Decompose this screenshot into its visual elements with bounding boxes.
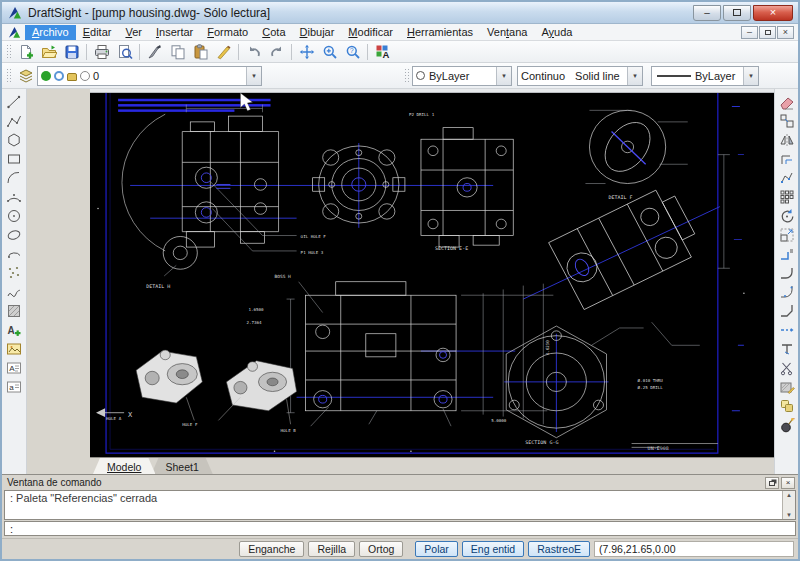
- scroll-up-icon[interactable]: ▲: [786, 491, 792, 499]
- model-space-canvas[interactable]: DETAIL H OIL HOLE F P1 HOLE 3 P2 DRILL 1…: [90, 93, 774, 457]
- minimize-button[interactable]: –: [693, 5, 721, 21]
- mdi-restore-button[interactable]: [759, 26, 776, 39]
- chevron-down-icon[interactable]: ▾: [246, 67, 261, 85]
- text-tool-button[interactable]: [4, 358, 25, 377]
- pan-button[interactable]: [295, 42, 318, 62]
- layer-combo[interactable]: 0 ▾: [37, 66, 262, 86]
- circle-tool-button[interactable]: [4, 206, 25, 225]
- open-button[interactable]: [37, 42, 60, 62]
- rectangle-tool-button[interactable]: [4, 149, 25, 168]
- ellipse-arc-tool-button[interactable]: [4, 244, 25, 263]
- command-history[interactable]: : Paleta "Referencias" cerrada ▲ ▼: [4, 490, 796, 520]
- save-button[interactable]: [60, 42, 83, 62]
- scale-tool-button[interactable]: [776, 225, 797, 244]
- rotate-tool-button[interactable]: [776, 206, 797, 225]
- cut-button[interactable]: [143, 42, 166, 62]
- fillet-tool-button[interactable]: [776, 282, 797, 301]
- line-color-combo[interactable]: ByLayer ▾: [412, 66, 512, 86]
- toolbar-grip[interactable]: [404, 68, 410, 84]
- stretch-tool-button[interactable]: [776, 244, 797, 263]
- window-controls: – ×: [691, 5, 793, 21]
- pattern-tool-button[interactable]: [776, 187, 797, 206]
- print-preview-icon: [117, 44, 133, 60]
- menu-dibujar[interactable]: Dibujar: [293, 25, 342, 40]
- snap-toggle-button[interactable]: Enganche: [239, 541, 304, 557]
- polyline-tool-button[interactable]: [4, 111, 25, 130]
- command-window-close-button[interactable]: ×: [781, 477, 795, 489]
- ortho-toggle-button[interactable]: Ortog: [359, 541, 403, 557]
- tab-sheet1[interactable]: Sheet1: [151, 458, 212, 474]
- title-bar[interactable]: DraftSight - [pump housing.dwg- Sólo lec…: [2, 2, 798, 24]
- zoom-previous-button[interactable]: [341, 42, 364, 62]
- mdi-minimize-button[interactable]: –: [741, 26, 758, 39]
- polygon-tool-button[interactable]: [4, 130, 25, 149]
- mdi-close-button[interactable]: ×: [777, 26, 794, 39]
- delete-tool-button[interactable]: [776, 92, 797, 111]
- explode-tool-button[interactable]: [776, 415, 797, 434]
- toolbar-grip[interactable]: [6, 68, 12, 84]
- grid-toggle-button[interactable]: Rejilla: [308, 541, 355, 557]
- redo-button[interactable]: [265, 42, 288, 62]
- command-input[interactable]: :: [4, 521, 796, 536]
- insert-image-tool-button[interactable]: [4, 339, 25, 358]
- polar-toggle-button[interactable]: Polar: [415, 541, 458, 557]
- esnap-toggle-button[interactable]: Eng entid: [462, 541, 524, 557]
- split-tool-button[interactable]: [776, 358, 797, 377]
- ellipse-tool-button[interactable]: [4, 225, 25, 244]
- chamfer-tool-button[interactable]: [776, 301, 797, 320]
- menu-ayuda[interactable]: Ayuda: [534, 25, 579, 40]
- arc-3-point-tool-button[interactable]: [4, 187, 25, 206]
- menu-cota[interactable]: Cota: [255, 25, 292, 40]
- copy-button[interactable]: [166, 42, 189, 62]
- make-block-tool-button[interactable]: [4, 320, 25, 339]
- chevron-down-icon[interactable]: ▾: [496, 67, 511, 85]
- command-history-scrollbar[interactable]: ▲ ▼: [782, 491, 795, 519]
- layer-color-icon: [80, 71, 90, 81]
- paste-button[interactable]: [189, 42, 212, 62]
- menu-archivo[interactable]: Archivo: [25, 25, 76, 40]
- scroll-down-icon[interactable]: ▼: [786, 511, 792, 519]
- etrack-toggle-button[interactable]: RastreoE: [528, 541, 590, 557]
- menu-formato[interactable]: Formato: [200, 25, 255, 40]
- new-button[interactable]: [14, 42, 37, 62]
- edit-polyline-tool-button[interactable]: [776, 168, 797, 187]
- print-button[interactable]: [90, 42, 113, 62]
- note-tool-button[interactable]: [4, 377, 25, 396]
- command-window-header[interactable]: Ventana de comando ×: [2, 475, 798, 490]
- line-weight-combo[interactable]: ByLayer ▾: [651, 66, 759, 86]
- line-tool-button[interactable]: [4, 92, 25, 111]
- hatch-tool-button[interactable]: [4, 301, 25, 320]
- print-preview-button[interactable]: [113, 42, 136, 62]
- fillet-arc-tool-button[interactable]: [776, 263, 797, 282]
- toolbar-grip[interactable]: [6, 44, 12, 60]
- line-style-combo[interactable]: Continuo Solid line ▾: [517, 66, 643, 86]
- zoom-in-button[interactable]: [318, 42, 341, 62]
- close-button[interactable]: ×: [753, 5, 793, 21]
- menu-modificar[interactable]: Modificar: [341, 25, 400, 40]
- maximize-button[interactable]: [723, 5, 751, 21]
- point-tool-button[interactable]: [4, 263, 25, 282]
- menu-editar[interactable]: Editar: [76, 25, 119, 40]
- circle-icon: [6, 208, 22, 224]
- menu-ver[interactable]: Ver: [118, 25, 149, 40]
- command-window-float-button[interactable]: [765, 477, 779, 489]
- arc-tool-button[interactable]: [4, 168, 25, 187]
- chevron-down-icon[interactable]: ▾: [743, 67, 758, 85]
- extend-tool-button[interactable]: [776, 320, 797, 339]
- edit-hatch-tool-button[interactable]: [776, 377, 797, 396]
- mirror-tool-button[interactable]: [776, 130, 797, 149]
- chevron-down-icon[interactable]: ▾: [627, 67, 642, 85]
- undo-button[interactable]: [242, 42, 265, 62]
- trim-tool-button[interactable]: [776, 339, 797, 358]
- spline-tool-button[interactable]: [4, 282, 25, 301]
- menu-insertar[interactable]: Insertar: [149, 25, 200, 40]
- offset-tool-button[interactable]: [776, 149, 797, 168]
- annotation-styles-button[interactable]: [371, 42, 394, 62]
- menu-ventana[interactable]: Ventana: [480, 25, 534, 40]
- format-painter-button[interactable]: [212, 42, 235, 62]
- layers-manager-button[interactable]: [14, 66, 37, 86]
- tab-modelo[interactable]: Modelo: [93, 458, 155, 474]
- copy-entity-tool-button[interactable]: [776, 111, 797, 130]
- weld-tool-button[interactable]: [776, 396, 797, 415]
- menu-herramientas[interactable]: Herramientas: [400, 25, 480, 40]
